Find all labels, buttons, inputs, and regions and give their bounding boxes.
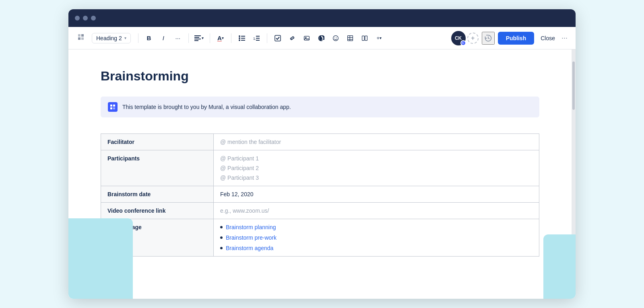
- window-dot-2: [83, 16, 88, 21]
- brainstorm-prework-link[interactable]: Brainstorm pre-work: [226, 234, 277, 241]
- table-cell-label: Participants: [101, 150, 214, 186]
- app-window: Heading 2 ▾ B I ··· ▾ A ▾: [68, 9, 576, 299]
- numbered-list-button[interactable]: 1.: [250, 32, 263, 45]
- toolbar: Heading 2 ▾ B I ··· ▾ A ▾: [68, 27, 576, 49]
- svg-rect-15: [304, 36, 309, 40]
- list-item: Brainstorm agenda: [220, 245, 533, 251]
- svg-point-19: [336, 37, 337, 38]
- table-row: Participants @ Participant 1 @ Participa…: [101, 150, 539, 186]
- mural-icon: [108, 102, 118, 112]
- svg-point-4: [239, 35, 240, 37]
- bullet-dot-icon: [220, 236, 223, 239]
- svg-rect-5: [241, 36, 245, 37]
- table-cell-value: e.g., www.zoom.us/: [214, 203, 539, 219]
- svg-rect-20: [347, 35, 353, 41]
- window-dot-1: [75, 16, 80, 21]
- template-banner: This template is brought to you by Mural…: [101, 97, 539, 117]
- banner-text: This template is brought to you by Mural…: [122, 104, 291, 110]
- svg-rect-9: [241, 40, 245, 41]
- heading-dropdown[interactable]: Heading 2 ▾: [92, 33, 131, 43]
- page-links-list: Brainstorm planning Brainstorm pre-work …: [220, 224, 533, 251]
- columns-button[interactable]: [358, 32, 371, 45]
- avatar-group: CK C +: [451, 31, 479, 45]
- participant-1: @ Participant 1: [220, 155, 533, 162]
- brainstorm-planning-link[interactable]: Brainstorm planning: [226, 224, 276, 230]
- heading-label: Heading 2: [96, 35, 122, 41]
- insert-more-button[interactable]: +▾: [373, 32, 386, 45]
- separator-3: [210, 33, 210, 43]
- italic-button[interactable]: I: [157, 32, 170, 45]
- history-button[interactable]: [482, 32, 495, 45]
- add-collaborator-button[interactable]: +: [467, 33, 479, 44]
- separator-1: [138, 33, 138, 43]
- svg-rect-24: [362, 36, 364, 40]
- participant-3: @ Participant 3: [220, 175, 533, 181]
- bullet-dot-icon: [220, 226, 223, 228]
- list-item: Brainstorm planning: [220, 224, 533, 230]
- separator-5: [267, 33, 267, 43]
- toolbar-right: CK C + Publish Close ···: [451, 31, 568, 45]
- svg-rect-29: [113, 107, 115, 109]
- avatar-initials: CK: [455, 35, 462, 41]
- svg-point-18: [334, 37, 335, 38]
- avatar-badge-letter: C: [462, 41, 464, 45]
- bold-button[interactable]: B: [142, 32, 155, 45]
- facilitator-placeholder: @ mention the facilitator: [220, 139, 281, 145]
- info-table: Facilitator @ mention the facilitator Pa…: [101, 133, 539, 257]
- avatar: CK C: [451, 31, 466, 45]
- table-cell-value: Feb 12, 2020: [214, 186, 539, 203]
- table-cell-label: On this page: [101, 219, 214, 257]
- svg-rect-7: [241, 38, 245, 39]
- app-logo: [76, 33, 85, 43]
- svg-point-17: [333, 35, 338, 41]
- table-cell-value: Brainstorm planning Brainstorm pre-work …: [214, 219, 539, 257]
- video-link-placeholder: e.g., www.zoom.us/: [220, 207, 269, 214]
- separator-2: [188, 33, 189, 43]
- table-button[interactable]: [344, 32, 357, 45]
- publish-button[interactable]: Publish: [498, 32, 535, 45]
- chevron-down-icon: ▾: [124, 36, 126, 40]
- svg-rect-26: [110, 105, 112, 107]
- list-item: Brainstorm pre-work: [220, 234, 533, 241]
- align-button[interactable]: ▾: [193, 32, 206, 45]
- table-cell-label: Facilitator: [101, 134, 214, 150]
- svg-point-8: [239, 39, 240, 41]
- table-row: Facilitator @ mention the facilitator: [101, 134, 539, 150]
- bullet-dot-icon: [220, 247, 223, 249]
- brainstorm-date: Feb 12, 2020: [220, 191, 254, 197]
- svg-rect-11: [256, 36, 260, 37]
- image-button[interactable]: [300, 32, 313, 45]
- svg-rect-25: [365, 36, 367, 40]
- window-dot-3: [91, 16, 96, 21]
- emoji-button[interactable]: [329, 32, 342, 45]
- svg-rect-28: [110, 107, 112, 109]
- link-button[interactable]: [286, 32, 299, 45]
- more-format-button[interactable]: ···: [171, 32, 184, 45]
- page-title: Brainstorming: [101, 69, 539, 84]
- bullet-list-button[interactable]: [235, 32, 248, 45]
- mention-button[interactable]: [315, 32, 328, 45]
- titlebar: [68, 9, 576, 27]
- table-cell-label: Video conference link: [101, 203, 214, 219]
- svg-point-6: [239, 37, 240, 39]
- svg-text:1.: 1.: [253, 37, 256, 41]
- svg-rect-1: [194, 37, 199, 38]
- avatar-badge: C: [460, 40, 466, 46]
- table-row: Brainstorm date Feb 12, 2020: [101, 186, 539, 203]
- table-row: Video conference link e.g., www.zoom.us/: [101, 203, 539, 219]
- table-row: On this page Brainstorm planning Brainst…: [101, 219, 539, 257]
- editor-area[interactable]: Brainstorming This template is brought t…: [68, 49, 572, 299]
- toolbar-more-button[interactable]: ···: [561, 34, 568, 42]
- close-button[interactable]: Close: [537, 33, 558, 43]
- svg-rect-12: [256, 38, 260, 39]
- svg-rect-27: [113, 105, 115, 107]
- scrollbar[interactable]: [572, 49, 576, 299]
- participant-2: @ Participant 2: [220, 165, 533, 171]
- task-button[interactable]: [271, 32, 284, 45]
- scrollbar-thumb[interactable]: [572, 62, 575, 110]
- font-color-button[interactable]: A ▾: [214, 32, 227, 45]
- table-cell-label: Brainstorm date: [101, 186, 214, 203]
- separator-4: [231, 33, 231, 43]
- svg-rect-13: [256, 40, 260, 41]
- brainstorm-agenda-link[interactable]: Brainstorm agenda: [226, 245, 273, 251]
